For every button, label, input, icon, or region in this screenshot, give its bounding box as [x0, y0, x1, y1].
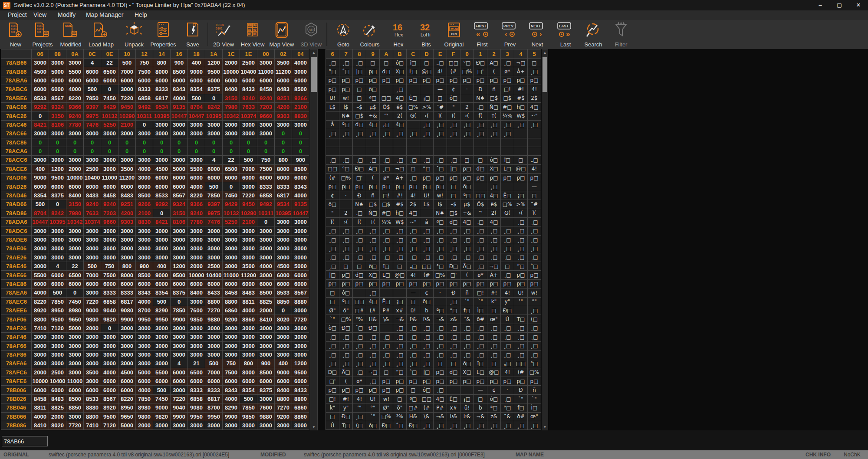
value-cell[interactable]: 6500: [223, 165, 240, 174]
value-cell[interactable]: 9240: [101, 200, 118, 209]
text-cell[interactable]: (#: [447, 67, 460, 76]
text-cell[interactable]: H&: [366, 315, 380, 324]
text-cell[interactable]: @□: [393, 271, 407, 279]
text-cell[interactable]: ¸□: [487, 421, 501, 430]
text-cell[interactable]: p□: [380, 377, 393, 386]
value-cell[interactable]: 2000: [66, 165, 84, 174]
value-cell[interactable]: 9000: [153, 403, 171, 412]
text-cell[interactable]: ¸□: [447, 236, 460, 244]
text-cell[interactable]: f□: [460, 306, 474, 315]
value-cell[interactable]: 3000: [275, 351, 292, 359]
value-cell[interactable]: 7000: [84, 271, 101, 279]
text-cell[interactable]: ¸□: [514, 253, 528, 262]
text-cell[interactable]: p□: [474, 377, 487, 386]
value-cell[interactable]: 6000: [188, 377, 205, 386]
value-cell[interactable]: 3000: [136, 226, 153, 235]
text-cell[interactable]: @□: [420, 67, 434, 76]
text-cell[interactable]: □: [380, 368, 393, 377]
value-cell[interactable]: 6000: [84, 280, 101, 289]
text-cell[interactable]: □%: [460, 67, 474, 76]
text-cell[interactable]: ¸□: [501, 351, 514, 359]
value-cell[interactable]: 3000: [49, 351, 66, 359]
text-cell[interactable]: ¸□: [339, 59, 353, 67]
value-cell[interactable]: 750: [101, 262, 118, 271]
text-cell[interactable]: Ä□: [487, 59, 501, 67]
value-cell[interactable]: 7410: [84, 421, 101, 430]
text-cell[interactable]: X□: [393, 67, 407, 76]
value-cell[interactable]: 2000: [84, 324, 101, 333]
text-cell[interactable]: p□: [487, 174, 501, 182]
value-cell[interactable]: 8375: [49, 191, 66, 200]
text-cell[interactable]: ¸□: [366, 351, 380, 359]
text-cell[interactable]: ¸□: [380, 244, 393, 253]
value-cell[interactable]: 3000: [205, 324, 223, 333]
value-cell[interactable]: 3000: [66, 59, 84, 67]
text-cell[interactable]: ¸□: [366, 333, 380, 341]
value-cell[interactable]: 3000: [49, 129, 66, 138]
text-cell[interactable]: x#: [393, 306, 407, 315]
value-cell[interactable]: 9000: [153, 271, 171, 279]
value-cell[interactable]: 3000: [240, 226, 257, 235]
text-cell[interactable]: |□: [353, 67, 366, 76]
value-cell[interactable]: 8533: [275, 289, 292, 297]
text-table-scrollbar[interactable]: ▲ ▼: [542, 49, 548, 431]
value-cell[interactable]: 8500: [136, 271, 153, 279]
value-cell[interactable]: 2100: [118, 121, 136, 129]
text-cell[interactable]: p□: [434, 377, 447, 386]
text-cell[interactable]: p□: [380, 182, 393, 191]
text-cell[interactable]: □□: [326, 165, 339, 174]
text-cell[interactable]: d□: [353, 121, 366, 129]
text-cell[interactable]: ¸□: [393, 324, 407, 333]
text-cell[interactable]: 4!: [353, 395, 366, 403]
value-cell[interactable]: 6817: [153, 94, 171, 103]
value-cell[interactable]: 3000: [101, 165, 118, 174]
value-cell[interactable]: 3000: [66, 359, 84, 368]
value-cell[interactable]: 3000: [118, 226, 136, 235]
value-cell[interactable]: 9135: [171, 103, 188, 111]
text-cell[interactable]: ”□: [326, 67, 339, 76]
value-cell[interactable]: 3000: [153, 342, 171, 351]
value-cell[interactable]: 8567: [292, 289, 309, 297]
value-cell[interactable]: 8410: [257, 315, 275, 324]
text-cell[interactable]: œ": [528, 413, 541, 421]
text-cell[interactable]: □: [353, 94, 366, 103]
value-cell[interactable]: 3000: [118, 156, 136, 164]
value-cell[interactable]: 8020: [275, 315, 292, 324]
value-cell[interactable]: 6000: [118, 377, 136, 386]
value-cell[interactable]: 8400: [223, 85, 240, 94]
value-cell[interactable]: 8433: [205, 289, 223, 297]
value-cell[interactable]: 9880: [205, 315, 223, 324]
text-cell[interactable]: ¸□: [460, 121, 474, 129]
text-cell[interactable]: ¸□: [420, 236, 434, 244]
text-cell[interactable]: ¸□: [366, 156, 380, 164]
text-cell[interactable]: ¸□: [339, 244, 353, 253]
value-cell[interactable]: 0: [223, 138, 240, 147]
text-cell[interactable]: p□: [407, 377, 420, 386]
text-cell[interactable]: ¸□: [393, 244, 407, 253]
text-cell[interactable]: î□: [407, 59, 420, 67]
value-cell[interactable]: 3000: [32, 262, 49, 271]
text-cell[interactable]: □: [366, 59, 380, 67]
value-cell[interactable]: 0: [205, 138, 223, 147]
text-cell[interactable]: °□: [528, 359, 541, 368]
text-cell[interactable]: ñ: [366, 191, 380, 200]
text-cell[interactable]: w!: [380, 395, 393, 403]
value-cell[interactable]: 7850: [240, 403, 257, 412]
text-cell[interactable]: ¬□: [366, 368, 380, 377]
text-cell[interactable]: [339, 138, 353, 147]
value-cell[interactable]: 9900: [171, 413, 188, 421]
text-cell[interactable]: [420, 209, 434, 218]
value-cell[interactable]: 2000: [223, 59, 240, 67]
text-cell[interactable]: p□: [474, 174, 487, 182]
text-cell[interactable]: p□: [514, 271, 528, 279]
text-cell[interactable]: ÷&: [366, 111, 380, 120]
text-cell[interactable]: z&: [487, 413, 501, 421]
text-cell[interactable]: ¸□: [353, 351, 366, 359]
value-cell[interactable]: 3000: [136, 359, 153, 368]
text-cell[interactable]: □%: [501, 200, 514, 209]
value-cell[interactable]: 3000: [49, 226, 66, 235]
text-cell[interactable]: Ð□: [353, 165, 366, 174]
text-cell[interactable]: p□: [514, 76, 528, 85]
text-cell[interactable]: Ä□: [460, 262, 474, 271]
value-cell[interactable]: 3000: [118, 85, 136, 94]
